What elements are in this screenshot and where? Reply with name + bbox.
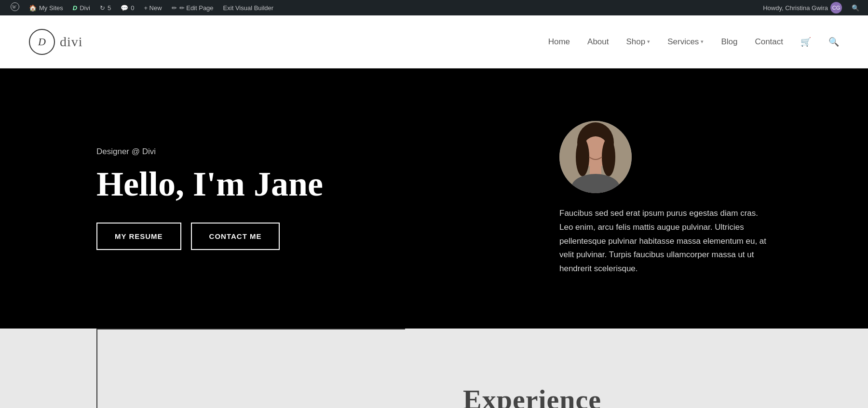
nav-about[interactable]: About [587,37,609,47]
my-sites-icon: 🏠 [29,4,37,12]
gray-right: Experience [405,329,772,408]
chevron-down-icon: ▾ [701,39,704,45]
logo-circle: D [29,29,55,55]
hero-title: Hello, I'm Jane [96,165,530,203]
exit-builder-label: Exit Visual Builder [223,4,274,12]
avatar: CG [830,2,842,13]
gray-left-box [96,329,405,408]
divi-label: Divi [80,4,90,12]
edit-page-label: ✏ Edit Page [179,4,214,12]
divi-icon: D [73,4,77,12]
contact-button[interactable]: CONTACT ME [191,223,280,250]
cart-icon[interactable]: 🛒 [800,37,811,47]
admin-bar: W 🏠 My Sites D Divi ↻ 5 💬 0 + New ✏ ✏ Ed… [0,0,868,15]
divi-item[interactable]: D Divi [68,0,95,15]
nav-blog[interactable]: Blog [721,37,737,47]
main-nav: Home About Shop ▾ Services ▾ Blog Contac… [548,37,839,47]
wp-logo-item[interactable]: W [6,0,24,15]
hero-buttons: MY RESUME CONTACT ME [96,223,530,250]
wp-icon: W [11,2,19,13]
my-sites-item[interactable]: 🏠 My Sites [24,0,68,15]
svg-text:W: W [12,4,17,10]
avatar [559,121,632,193]
logo-text: divi [60,34,83,50]
logo[interactable]: D divi [29,29,83,55]
updates-count: 5 [108,4,111,12]
search-icon-item[interactable]: 🔍 [849,0,862,15]
nav-home[interactable]: Home [548,37,570,47]
chevron-down-icon: ▾ [647,39,650,45]
svg-point-6 [602,138,615,176]
resume-button[interactable]: MY RESUME [96,223,181,250]
new-item[interactable]: + New [139,0,166,15]
exit-builder-item[interactable]: Exit Visual Builder [218,0,279,15]
experience-title: Experience [463,383,601,408]
svg-point-5 [576,138,589,176]
comments-item[interactable]: 💬 0 [116,0,139,15]
updates-icon: ↻ [100,4,105,12]
howdy-label: Howdy, Christina Gwira [763,4,828,12]
new-label: + New [144,4,162,12]
nav-shop[interactable]: Shop ▾ [626,37,650,47]
hero-section: Designer @ Divi Hello, I'm Jane MY RESUM… [0,68,868,329]
admin-bar-right: Howdy, Christina Gwira CG 🔍 [760,0,862,15]
hero-description: Faucibus sed sed erat ipsum purus egesta… [559,207,772,276]
comments-count: 0 [131,4,134,12]
nav-contact[interactable]: Contact [755,37,783,47]
my-sites-label: My Sites [39,4,63,12]
search-icon[interactable]: 🔍 [828,37,839,47]
site-header: D divi Home About Shop ▾ Services ▾ Blog… [0,15,868,68]
hero-left: Designer @ Divi Hello, I'm Jane MY RESUM… [96,147,530,250]
comments-icon: 💬 [121,4,128,12]
updates-item[interactable]: ↻ 5 [95,0,116,15]
search-icon: 🔍 [852,4,859,12]
howdy-item[interactable]: Howdy, Christina Gwira CG [760,0,845,15]
edit-page-item[interactable]: ✏ ✏ Edit Page [167,0,218,15]
hero-right: Faucibus sed sed erat ipsum purus egesta… [530,121,772,276]
edit-icon: ✏ [172,4,177,12]
hero-subtitle: Designer @ Divi [96,147,530,157]
gray-section: Experience [0,329,868,408]
nav-services[interactable]: Services ▾ [667,37,704,47]
